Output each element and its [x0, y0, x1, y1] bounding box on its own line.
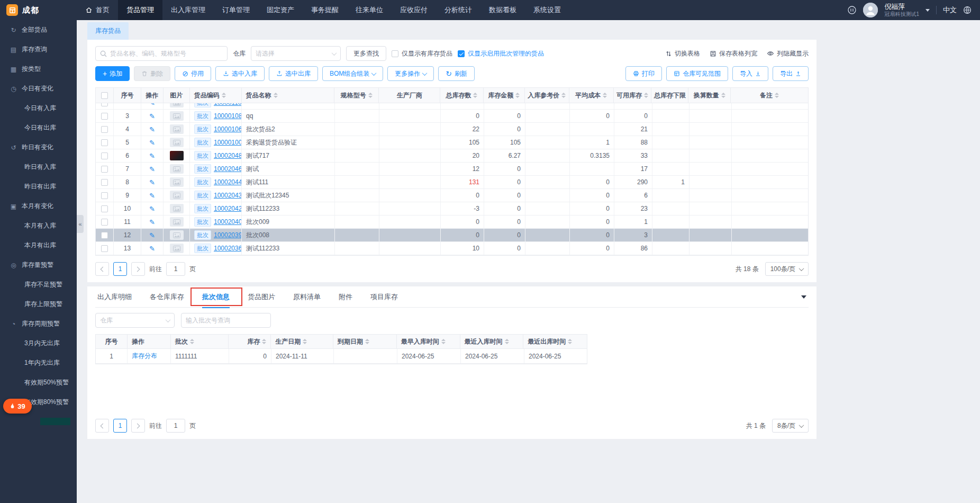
edit-icon[interactable]: ✎ [149, 192, 155, 200]
more-actions-button[interactable]: 更多操作 [387, 66, 434, 81]
filter-batch-checkbox[interactable]: 仅显示启用批次管理的货品 [458, 49, 544, 58]
detail-tab[interactable]: 货品图片 [248, 286, 275, 308]
detail-warehouse-select[interactable]: 仓库 [95, 313, 175, 328]
product-image[interactable] [170, 164, 184, 174]
table-row[interactable]: 13 ✎ 批次 10002036 测试112233 [96, 242, 808, 255]
table-row[interactable]: 3 ✎ 批次 10000108 qq [96, 110, 808, 123]
edit-icon[interactable]: ✎ [149, 231, 155, 239]
table-row[interactable]: 4 ✎ 批次 10000106 批次货品2 [96, 123, 808, 136]
sidebar-item[interactable]: 库存不足预警 [0, 275, 77, 294]
row-checkbox[interactable] [101, 103, 108, 106]
sidebar-item[interactable]: 库存上限预警 [0, 294, 77, 314]
sidebar-item[interactable]: 昨日有入库 [0, 157, 77, 177]
edit-icon[interactable]: ✎ [149, 125, 155, 133]
add-button[interactable]: +添加 [95, 66, 130, 81]
col-header-name[interactable]: 货品名称 [242, 88, 335, 103]
edit-icon[interactable]: ✎ [149, 152, 155, 160]
alert-badge[interactable]: 39 [3, 399, 32, 414]
row-checkbox[interactable] [101, 152, 108, 159]
product-code-link[interactable]: 10002044 [214, 178, 242, 186]
globe-icon[interactable] [963, 6, 972, 14]
warehouse-select[interactable]: 请选择 [251, 46, 341, 61]
page-size-select[interactable]: 8条/页 [772, 419, 809, 433]
row-checkbox[interactable] [101, 219, 108, 226]
detail-tab[interactable]: 批次信息 [202, 286, 230, 308]
col-header-stock[interactable]: 库存 [229, 335, 271, 348]
language-switch[interactable]: 中文 [943, 5, 957, 15]
sidebar-item[interactable]: ▣ 本月有变化 [0, 196, 77, 216]
table-row[interactable]: 10 ✎ 批次 10002042 测试112233 [96, 202, 808, 215]
product-image[interactable] [170, 111, 184, 121]
edit-icon[interactable]: ✎ [149, 112, 155, 120]
row-checkbox[interactable] [101, 126, 108, 133]
export-button[interactable]: 导出 [773, 66, 809, 81]
nav-item[interactable]: 固定资产 [258, 0, 303, 20]
col-header-earliest-in[interactable]: 最早入库时间 [397, 335, 460, 348]
app-logo[interactable]: 成都 [0, 4, 77, 16]
edit-icon[interactable]: ✎ [149, 165, 155, 173]
page-size-select[interactable]: 100条/页 [765, 262, 809, 276]
sidebar-item[interactable]: 3月内无出库 [0, 334, 77, 353]
disable-button[interactable]: ⊘停用 [175, 66, 211, 81]
sidebar-item[interactable]: 1年内无出库 [0, 353, 77, 373]
goto-page-input[interactable] [166, 262, 185, 276]
nav-item[interactable]: 事务提醒 [303, 0, 347, 20]
sidebar-item[interactable]: ◷ 今日有变化 [0, 79, 77, 98]
nav-item[interactable]: 首页 [77, 0, 118, 20]
nav-item[interactable]: 系统设置 [525, 0, 569, 20]
sidebar-collapse-handle[interactable]: « [77, 215, 84, 233]
product-image[interactable] [170, 103, 184, 107]
prev-page-button[interactable] [95, 262, 109, 276]
product-code-link[interactable]: 10002040 [214, 218, 242, 226]
sidebar-item[interactable]: 有效期50%预警 [0, 373, 77, 392]
chevron-down-icon[interactable] [925, 9, 930, 12]
stock-distribution-link[interactable]: 库存分布 [132, 352, 157, 361]
table-row[interactable]: ✎ 批次 10000110 [96, 103, 808, 110]
user-info[interactable]: 倪福萍 冠扇科技测试1 [884, 3, 919, 17]
switch-table-button[interactable]: 切换表格 [665, 49, 700, 58]
sidebar-item[interactable]: ↺ 昨日有变化 [0, 138, 77, 157]
product-code-link[interactable]: 10000106 [214, 125, 242, 133]
prev-page-button[interactable] [95, 419, 109, 433]
table-row[interactable]: 8 ✎ 批次 10002044 测试111 [96, 176, 808, 189]
nav-item[interactable]: 出入库管理 [162, 0, 214, 20]
product-search[interactable] [95, 46, 228, 61]
nav-item[interactable]: 数据看板 [480, 0, 525, 20]
row-checkbox[interactable] [101, 205, 108, 212]
more-search-button[interactable]: 更多查找 [346, 46, 386, 61]
column-visibility-button[interactable]: 列隐藏显示 [767, 49, 809, 58]
edit-icon[interactable]: ✎ [149, 139, 155, 147]
select-all-checkbox[interactable] [101, 92, 108, 99]
col-header-ref-price[interactable]: 入库参考价 [525, 88, 569, 103]
nav-item[interactable]: 应收应付 [392, 0, 436, 20]
product-image[interactable] [170, 191, 184, 200]
col-header-avg-cost[interactable]: 平均成本 [569, 88, 614, 103]
product-code-link[interactable]: 10000108 [214, 112, 242, 120]
product-code-link[interactable]: 10000100 [214, 139, 242, 146]
dashboard-icon[interactable] [847, 5, 857, 15]
col-header-remark[interactable]: 备注 [731, 88, 808, 103]
product-code-link[interactable]: 10002036 [214, 245, 242, 252]
row-checkbox[interactable] [101, 166, 108, 173]
col-header-prod-date[interactable]: 生产日期 [271, 335, 333, 348]
product-image[interactable] [170, 124, 184, 134]
edit-icon[interactable]: ✎ [149, 103, 155, 107]
col-header-total-stock[interactable]: 总库存数 [440, 88, 484, 103]
product-code-link[interactable]: 10002043 [214, 192, 242, 199]
sidebar-item[interactable]: 昨日有出库 [0, 177, 77, 196]
tab-inventory-goods[interactable]: 库存货品 [87, 22, 129, 40]
product-image[interactable] [170, 217, 184, 227]
nav-item[interactable]: 往来单位 [347, 0, 392, 20]
product-code-link[interactable]: 10002039 [214, 231, 242, 239]
col-header-stock-amount[interactable]: 库存金额 [484, 88, 525, 103]
table-row[interactable]: 11 ✎ 批次 10002040 批次009 [96, 215, 808, 229]
nav-item[interactable]: 货品管理 [118, 0, 162, 20]
detail-tab[interactable]: 附件 [339, 286, 352, 308]
edit-icon[interactable]: ✎ [149, 205, 155, 213]
product-code-link[interactable]: 10002046 [214, 165, 242, 173]
table-row[interactable]: 12 ✎ 批次 10002039 批次008 [96, 229, 808, 242]
selected-inbound-button[interactable]: 选中入库 [215, 66, 265, 81]
detail-tab[interactable]: 出入库明细 [97, 286, 132, 308]
col-header-expire-date[interactable]: 到期日期 [333, 335, 397, 348]
edit-icon[interactable]: ✎ [149, 218, 155, 226]
